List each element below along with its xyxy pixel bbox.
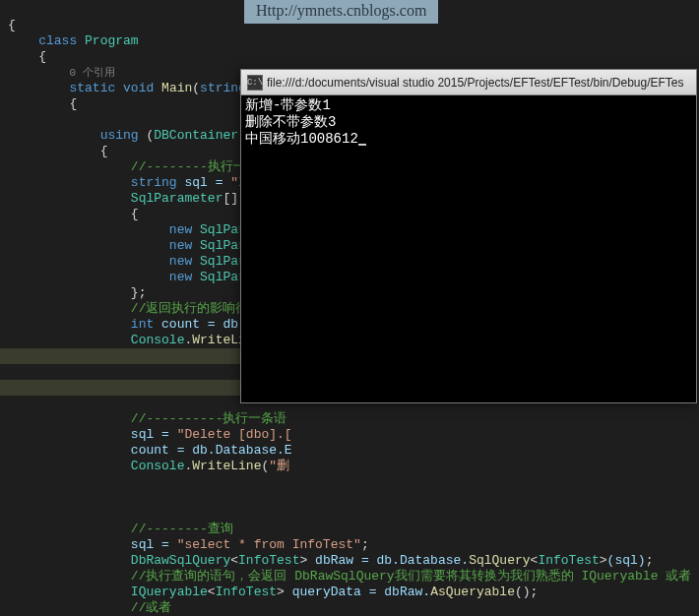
watermark-badge: Http://ymnets.cnblogs.com <box>244 0 438 24</box>
code-line <box>8 506 16 521</box>
code-line: //或者 <box>8 600 171 615</box>
code-line <box>8 474 16 489</box>
code-line: //--------查询 <box>8 522 233 536</box>
code-line: DbRawSqlQuery<InfoTest> dbRaw = db.Datab… <box>8 553 653 568</box>
console-window[interactable]: C:\ file:///d:/documents/visual studio 2… <box>240 69 697 403</box>
code-line: { <box>8 18 16 32</box>
code-line: sql = "Delete [dbo].[ <box>8 427 292 442</box>
code-line: }; <box>8 285 146 300</box>
code-line: { <box>8 49 46 64</box>
console-titlebar[interactable]: C:\ file:///d:/documents/visual studio 2… <box>241 70 696 95</box>
code-line: class Program <box>8 33 139 48</box>
console-line: 新增-带参数1 <box>245 97 331 113</box>
code-line: //--------执行一条语 <box>8 159 272 174</box>
code-line: IQueryable<InfoTest> queryData = dbRaw.A… <box>8 585 538 599</box>
console-title: file:///d:/documents/visual studio 2015/… <box>267 76 684 90</box>
code-line: count = db.Database.E <box>8 443 292 458</box>
code-line <box>8 112 16 127</box>
console-line: 中国移动1008612 <box>245 131 358 147</box>
code-line: //----------执行一条语 <box>8 411 286 426</box>
code-line: //返回执行的影响行 <box>8 301 248 316</box>
code-line: { <box>8 96 77 111</box>
code-line: Console.WriteLine("删 <box>8 459 289 473</box>
code-line: //执行查询的语句，会返回 DbRawSqlQuery我们需要将其转换为我们熟悉… <box>8 569 699 584</box>
code-line: { <box>8 144 107 158</box>
code-line: { <box>8 207 139 221</box>
console-app-icon: C:\ <box>247 75 263 91</box>
code-line: 0 个引用 <box>8 65 115 80</box>
code-line: sql = "select * from InfoTest"; <box>8 537 369 552</box>
console-output[interactable]: 新增-带参数1 删除不带参数3 中国移动1008612 <box>241 95 696 402</box>
console-cursor <box>358 144 366 146</box>
console-line: 删除不带参数3 <box>245 114 336 130</box>
code-line <box>8 490 16 505</box>
